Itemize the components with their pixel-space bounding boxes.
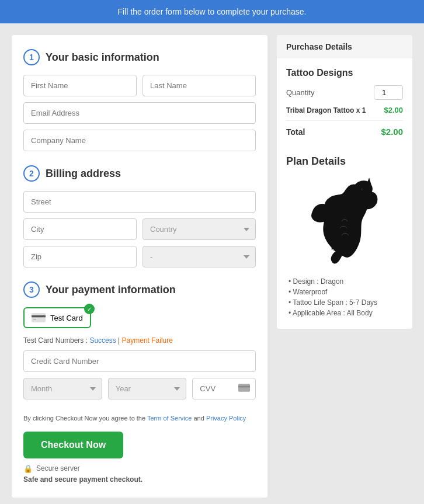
payment-header: 3 Your payment information [23,281,256,298]
billing-title: Billing address [46,168,121,180]
feature-lifespan: Tattoo Life Span : 5-7 Days [286,298,403,307]
svg-rect-2 [33,319,36,319]
tos-link[interactable]: Term of Service [147,415,192,422]
total-price: $2.00 [381,127,403,137]
zip-input[interactable] [23,246,137,267]
banner-text: Fill the order form below to complete yo… [118,7,307,16]
success-link[interactable]: Success [89,336,116,345]
cvv-card-icon [238,384,250,394]
test-card-info: Test Card Numbers : Success | Payment Fa… [23,336,256,345]
svg-point-6 [362,189,363,190]
failure-link[interactable]: Payment Failure [122,336,173,345]
item-row: Tribal Dragon Tattoo x 1 $2.00 [286,106,403,121]
payment-section: 3 Your payment information ✓ Test Card [23,281,256,399]
purchase-details-body: Tattoo Designs Quantity Tribal Dragon Ta… [277,58,412,155]
right-panel: Purchase Details Tattoo Designs Quantity… [277,35,412,329]
secure-label: Secure server [36,464,80,472]
zip-state-row: - [23,246,256,267]
terms-middle: and [193,415,206,422]
section-number-3: 3 [23,281,40,298]
country-select[interactable]: Country United StatesUnited KingdomCanad… [143,218,256,240]
test-card-label: Test Card [50,314,83,322]
basic-info-section: 1 Your basic information [23,49,256,151]
email-input[interactable] [23,102,256,124]
plan-details-section: Plan Details [277,155,412,329]
city-country-row: Country United StatesUnited KingdomCanad… [23,218,256,240]
item-price: $2.00 [384,106,403,114]
svg-rect-4 [238,385,250,387]
total-row: Total $2.00 [286,127,403,137]
company-input[interactable] [23,130,256,151]
main-content: 1 Your basic information [0,23,424,504]
quantity-row: Quantity [286,85,403,100]
total-label: Total [286,127,305,137]
plan-title: Plan Details [286,155,403,168]
checkout-button-label: Checkout Now [41,440,106,450]
privacy-link[interactable]: Privacy Policy [206,415,246,422]
quantity-input[interactable] [374,85,403,100]
dragon-image [286,175,403,270]
test-card-prefix: Test Card Numbers : [23,336,88,345]
checkout-button[interactable]: Checkout Now [23,432,123,458]
terms-text: By clicking Checkout Now you agree to th… [23,413,256,423]
email-row [23,102,256,124]
cc-row [23,350,256,372]
safe-text: Safe and secure payment checkout. [23,475,256,484]
name-row [23,75,256,96]
dragon-svg [304,175,385,268]
svg-rect-1 [32,315,46,317]
check-badge-icon: ✓ [84,304,95,314]
last-name-input[interactable] [143,75,256,96]
svg-rect-3 [238,384,250,391]
billing-header: 2 Billing address [23,165,256,182]
svg-rect-0 [32,313,46,322]
basic-info-header: 1 Your basic information [23,49,256,65]
year-select[interactable]: Year 20242025202620272028202920302031203… [108,378,187,399]
feature-area: Applicable Area : All Body [286,309,403,317]
left-panel: 1 Your basic information [12,35,267,498]
credit-card-icon [32,313,46,322]
section-number-1: 1 [23,49,40,65]
lock-icon: 🔒 [23,464,33,473]
city-input[interactable] [23,218,137,240]
month-select[interactable]: Month JanuaryFebruaryMarchAprilMayJuneJu… [23,378,102,399]
section-number-2: 2 [23,165,40,182]
state-select[interactable]: - [143,246,256,267]
plan-features-list: Design : Dragon Waterproof Tattoo Life S… [286,277,403,317]
top-banner: Fill the order form below to complete yo… [0,0,424,23]
feature-waterproof: Waterproof [286,288,403,296]
secure-server-row: 🔒 Secure server [23,464,256,473]
test-card-option[interactable]: ✓ Test Card [23,307,91,328]
cc-number-input[interactable] [23,350,256,372]
company-row [23,130,256,151]
quantity-label: Quantity [286,88,314,97]
terms-before: By clicking Checkout Now you agree to th… [23,415,147,422]
street-input[interactable] [23,191,256,213]
payment-title: Your payment information [46,284,176,296]
street-row [23,191,256,213]
cvv-wrapper [192,378,256,399]
feature-design: Design : Dragon [286,277,403,286]
item-name: Tribal Dragon Tattoo x 1 [286,106,366,114]
purchase-details-header: Purchase Details [277,35,412,58]
page-wrapper: Fill the order form below to complete yo… [0,0,424,504]
cvv-row: Month JanuaryFebruaryMarchAprilMayJuneJu… [23,378,256,399]
tattoo-designs-title: Tattoo Designs [286,68,403,78]
first-name-input[interactable] [23,75,137,96]
billing-section: 2 Billing address Country United StatesU… [23,165,256,267]
basic-info-title: Your basic information [46,51,159,64]
card-options: ✓ Test Card [23,307,256,328]
